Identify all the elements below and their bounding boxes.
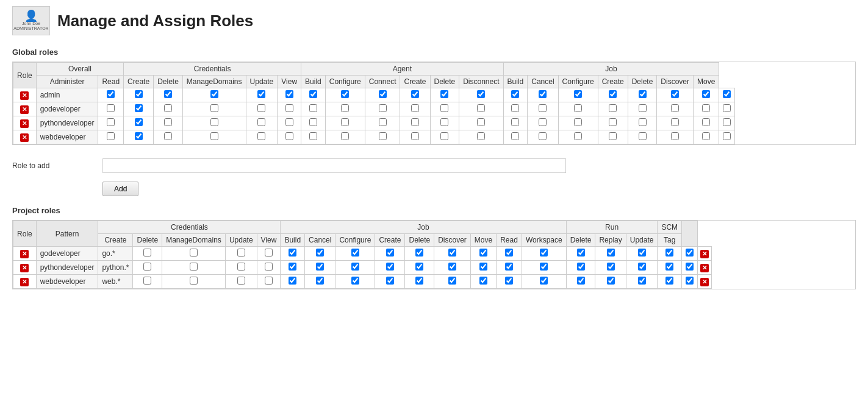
permission-checkbox[interactable] (477, 104, 485, 112)
permission-checkbox[interactable] (135, 132, 143, 140)
permission-checkbox[interactable] (540, 249, 548, 257)
permission-checkbox[interactable] (285, 132, 293, 140)
permission-checkbox[interactable] (107, 118, 115, 126)
permission-checkbox[interactable] (539, 104, 547, 112)
permission-checkbox[interactable] (257, 118, 265, 126)
permission-checkbox[interactable] (316, 249, 324, 257)
permission-checkbox[interactable] (341, 118, 349, 126)
permission-checkbox[interactable] (309, 104, 317, 112)
permission-checkbox[interactable] (379, 118, 387, 126)
permission-checkbox[interactable] (665, 249, 673, 257)
permission-checkbox[interactable] (607, 277, 615, 285)
permission-checkbox[interactable] (607, 263, 615, 271)
permission-checkbox[interactable] (540, 263, 548, 271)
delete-row-end-icon[interactable]: ✕ (700, 278, 709, 286)
permission-checkbox[interactable] (723, 104, 731, 112)
permission-checkbox[interactable] (511, 90, 519, 98)
permission-checkbox[interactable] (190, 263, 198, 271)
permission-checkbox[interactable] (411, 118, 419, 126)
permission-checkbox[interactable] (639, 90, 647, 98)
delete-icon[interactable]: ✕ (20, 278, 29, 286)
permission-checkbox[interactable] (665, 263, 673, 271)
permission-checkbox[interactable] (477, 132, 485, 140)
permission-checkbox[interactable] (448, 249, 456, 257)
permission-checkbox[interactable] (609, 132, 617, 140)
permission-checkbox[interactable] (415, 263, 423, 271)
permission-checkbox[interactable] (316, 277, 324, 285)
permission-checkbox[interactable] (265, 263, 273, 271)
permission-checkbox[interactable] (341, 132, 349, 140)
permission-checkbox[interactable] (237, 263, 245, 271)
permission-checkbox[interactable] (289, 249, 296, 257)
permission-checkbox[interactable] (505, 263, 513, 271)
permission-checkbox[interactable] (448, 263, 456, 271)
permission-checkbox[interactable] (316, 263, 324, 271)
permission-checkbox[interactable] (540, 277, 548, 285)
permission-checkbox[interactable] (379, 104, 387, 112)
delete-row-end-icon[interactable]: ✕ (700, 250, 709, 258)
permission-checkbox[interactable] (574, 90, 582, 98)
permission-checkbox[interactable] (479, 249, 487, 257)
permission-checkbox[interactable] (479, 277, 487, 285)
role-to-add-input[interactable] (102, 158, 566, 173)
permission-checkbox[interactable] (671, 90, 679, 98)
permission-checkbox[interactable] (511, 132, 519, 140)
permission-checkbox[interactable] (415, 249, 423, 257)
permission-checkbox[interactable] (440, 104, 448, 112)
permission-checkbox[interactable] (505, 277, 513, 285)
permission-checkbox[interactable] (411, 104, 419, 112)
permission-checkbox[interactable] (577, 277, 585, 285)
permission-checkbox[interactable] (609, 118, 617, 126)
permission-checkbox[interactable] (723, 90, 731, 98)
permission-checkbox[interactable] (341, 90, 349, 98)
permission-checkbox[interactable] (440, 118, 448, 126)
permission-checkbox[interactable] (686, 263, 694, 271)
permission-checkbox[interactable] (164, 118, 172, 126)
permission-checkbox[interactable] (607, 249, 615, 257)
permission-checkbox[interactable] (164, 104, 172, 112)
permission-checkbox[interactable] (609, 90, 617, 98)
permission-checkbox[interactable] (164, 90, 172, 98)
permission-checkbox[interactable] (379, 90, 387, 98)
permission-checkbox[interactable] (257, 132, 265, 140)
permission-checkbox[interactable] (309, 132, 317, 140)
permission-checkbox[interactable] (671, 118, 679, 126)
permission-checkbox[interactable] (143, 263, 151, 271)
permission-checkbox[interactable] (309, 118, 317, 126)
permission-checkbox[interactable] (210, 118, 218, 126)
permission-checkbox[interactable] (539, 90, 547, 98)
permission-checkbox[interactable] (638, 277, 646, 285)
permission-checkbox[interactable] (164, 132, 172, 140)
permission-checkbox[interactable] (190, 249, 198, 257)
permission-checkbox[interactable] (440, 132, 448, 140)
permission-checkbox[interactable] (107, 90, 115, 98)
permission-checkbox[interactable] (577, 249, 585, 257)
permission-checkbox[interactable] (210, 132, 218, 140)
permission-checkbox[interactable] (135, 90, 143, 98)
permission-checkbox[interactable] (107, 132, 115, 140)
delete-icon[interactable]: ✕ (20, 91, 29, 100)
permission-checkbox[interactable] (539, 118, 547, 126)
permission-checkbox[interactable] (351, 277, 359, 285)
permission-checkbox[interactable] (135, 104, 143, 112)
delete-icon[interactable]: ✕ (20, 133, 29, 142)
permission-checkbox[interactable] (135, 118, 143, 126)
permission-checkbox[interactable] (440, 90, 448, 98)
permission-checkbox[interactable] (638, 249, 646, 257)
permission-checkbox[interactable] (671, 104, 679, 112)
permission-checkbox[interactable] (477, 118, 485, 126)
permission-checkbox[interactable] (237, 277, 245, 285)
permission-checkbox[interactable] (723, 118, 731, 126)
permission-checkbox[interactable] (577, 263, 585, 271)
permission-checkbox[interactable] (289, 277, 296, 285)
permission-checkbox[interactable] (285, 90, 293, 98)
permission-checkbox[interactable] (351, 249, 359, 257)
permission-checkbox[interactable] (411, 132, 419, 140)
permission-checkbox[interactable] (671, 132, 679, 140)
permission-checkbox[interactable] (289, 263, 296, 271)
permission-checkbox[interactable] (210, 104, 218, 112)
permission-checkbox[interactable] (411, 90, 419, 98)
permission-checkbox[interactable] (257, 104, 265, 112)
permission-checkbox[interactable] (609, 104, 617, 112)
permission-checkbox[interactable] (285, 118, 293, 126)
